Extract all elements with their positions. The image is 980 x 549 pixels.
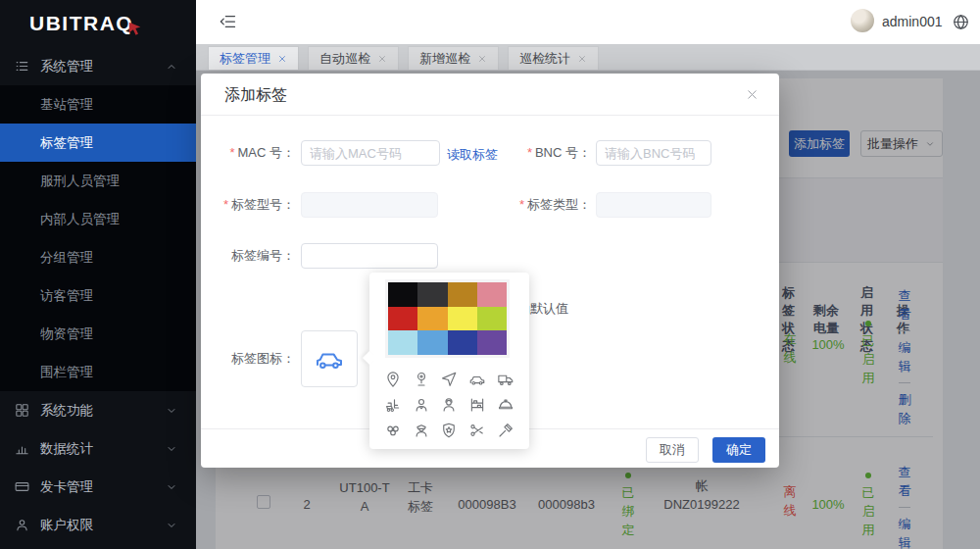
close-icon bbox=[377, 54, 387, 64]
sidebar-item-system-management[interactable]: 系统管理 bbox=[0, 47, 196, 85]
color-swatch[interactable] bbox=[448, 330, 477, 355]
tag-code-label: 标签编号： bbox=[201, 243, 295, 269]
worker-icon bbox=[413, 396, 430, 414]
color-swatch[interactable] bbox=[417, 330, 447, 355]
sidebar-item-link[interactable]: 基站管理 bbox=[0, 85, 196, 124]
color-swatch[interactable] bbox=[417, 282, 447, 307]
sidebar-item-link[interactable]: 分组管理 bbox=[0, 238, 196, 276]
mac-input[interactable] bbox=[301, 140, 440, 166]
police-icon[interactable] bbox=[413, 422, 430, 439]
bnc-input[interactable] bbox=[596, 140, 711, 166]
monitor-pin-icon[interactable] bbox=[413, 371, 430, 388]
close-icon[interactable] bbox=[745, 87, 760, 102]
sidebar: UBITRAQ 系统管理 基站管理标签管理服刑人员管理内部人员管理分组管理访客管… bbox=[0, 0, 196, 549]
tag-icon-label: 标签图标： bbox=[201, 346, 295, 372]
hammer-icon bbox=[497, 422, 514, 439]
tab-item[interactable]: 新增巡检 bbox=[408, 46, 499, 70]
dialog-header: 添加标签 bbox=[201, 74, 779, 116]
menu-list-icon bbox=[14, 58, 30, 75]
rings-icon[interactable] bbox=[384, 422, 402, 439]
selected-tag-icon-button[interactable] bbox=[301, 330, 358, 387]
confirm-button[interactable]: 确定 bbox=[712, 437, 765, 463]
tab-close-icon[interactable] bbox=[477, 54, 487, 64]
topbar: admin001 bbox=[196, 0, 980, 44]
police-icon bbox=[413, 422, 430, 439]
sidebar-group[interactable]: 账户权限 bbox=[0, 506, 196, 544]
bnc-label: *BNC 号： bbox=[497, 140, 591, 166]
hammer-icon[interactable] bbox=[497, 422, 514, 439]
color-swatch[interactable] bbox=[388, 330, 417, 355]
username-label[interactable]: admin001 bbox=[882, 14, 943, 29]
brand-logo-text: UBITRAQ bbox=[29, 12, 133, 35]
sidebar-group[interactable]: 发卡管理 bbox=[0, 468, 196, 506]
color-swatch[interactable] bbox=[448, 307, 477, 331]
color-swatch[interactable] bbox=[448, 282, 477, 307]
language-globe-icon[interactable] bbox=[952, 13, 970, 31]
forklift-icon bbox=[384, 396, 402, 414]
sidebar-group[interactable]: 系统功能 bbox=[0, 391, 196, 429]
sidebar-collapsed-groups: 系统功能数据统计发卡管理账户权限 bbox=[0, 391, 196, 544]
person-pin-icon[interactable] bbox=[384, 371, 402, 388]
color-swatch[interactable] bbox=[477, 282, 507, 307]
car-icon bbox=[468, 371, 486, 388]
required-asterisk: * bbox=[527, 145, 532, 160]
navigation-icon[interactable] bbox=[440, 371, 458, 388]
shelf-icon[interactable] bbox=[468, 396, 486, 414]
app: { "brand": { "logo": "UBITRAQ" }, "sideb… bbox=[0, 0, 980, 549]
worker-icon[interactable] bbox=[413, 396, 430, 414]
brand-logo: UBITRAQ bbox=[0, 0, 196, 47]
tag-model-input[interactable] bbox=[301, 192, 438, 218]
helmet-icon[interactable] bbox=[497, 396, 514, 414]
tab-item[interactable]: 巡检统计 bbox=[508, 46, 599, 70]
sidebar-submenu: 基站管理标签管理服刑人员管理内部人员管理分组管理访客管理物资管理围栏管理 bbox=[0, 85, 196, 391]
tag-code-input[interactable] bbox=[301, 243, 438, 269]
tag-type-input[interactable] bbox=[596, 192, 711, 218]
badge-icon[interactable] bbox=[440, 422, 458, 439]
tab-label: 巡检统计 bbox=[519, 50, 570, 68]
badge-icon bbox=[440, 422, 458, 439]
close-icon bbox=[577, 54, 587, 64]
sidebar-group-label: 账户权限 bbox=[40, 517, 165, 534]
read-tag-link[interactable]: 读取标签 bbox=[447, 146, 498, 164]
globe-icon bbox=[952, 13, 970, 31]
sidebar-item-label: 围栏管理 bbox=[40, 364, 93, 381]
user-avatar[interactable] bbox=[851, 9, 874, 32]
cancel-button[interactable]: 取消 bbox=[646, 437, 699, 463]
sidebar-fold-icon[interactable] bbox=[218, 12, 237, 31]
dialog-title: 添加标签 bbox=[224, 85, 287, 106]
close-icon bbox=[477, 54, 487, 64]
color-swatch[interactable] bbox=[388, 307, 417, 331]
sidebar-group-label: 数据统计 bbox=[40, 440, 165, 458]
sidebar-item-link[interactable]: 访客管理 bbox=[0, 276, 196, 315]
tag-type-label: *标签类型： bbox=[497, 192, 591, 218]
sidebar-item-link[interactable]: 服刑人员管理 bbox=[0, 162, 196, 200]
helmet-icon bbox=[497, 396, 514, 414]
sidebar-item-active[interactable]: 标签管理 bbox=[0, 124, 196, 162]
color-swatch[interactable] bbox=[417, 307, 447, 331]
tab-item[interactable]: 自动巡检 bbox=[308, 46, 399, 70]
navigation-icon bbox=[440, 371, 458, 388]
truck-icon[interactable] bbox=[497, 371, 514, 388]
scissors-icon[interactable] bbox=[468, 422, 486, 439]
chevron-up-icon bbox=[165, 60, 178, 74]
tab-close-icon[interactable] bbox=[577, 54, 587, 64]
color-swatch[interactable] bbox=[477, 330, 507, 355]
color-swatch[interactable] bbox=[477, 307, 507, 331]
add-tag-dialog: 添加标签 *MAC 号： 读取标签 *BNC 号： *标签型号： *标签类型： … bbox=[201, 74, 779, 468]
rings-icon bbox=[384, 422, 402, 439]
tab-close-icon[interactable] bbox=[277, 54, 287, 64]
nurse-icon[interactable] bbox=[440, 396, 458, 414]
color-swatch[interactable] bbox=[388, 282, 417, 307]
mac-label: *MAC 号： bbox=[201, 140, 295, 166]
tab-active[interactable]: 标签管理 bbox=[208, 46, 299, 70]
sidebar-group[interactable]: 数据统计 bbox=[0, 429, 196, 468]
sidebar-item-label: 物资管理 bbox=[40, 325, 93, 343]
car-icon[interactable] bbox=[468, 371, 486, 388]
sidebar-item-link[interactable]: 围栏管理 bbox=[0, 353, 196, 391]
shelf-icon bbox=[468, 396, 486, 414]
sidebar-item-link[interactable]: 内部人员管理 bbox=[0, 200, 196, 238]
forklift-icon[interactable] bbox=[384, 396, 402, 414]
tab-close-icon[interactable] bbox=[377, 54, 387, 64]
sidebar-item-link[interactable]: 物资管理 bbox=[0, 315, 196, 353]
chart-icon bbox=[14, 440, 30, 457]
